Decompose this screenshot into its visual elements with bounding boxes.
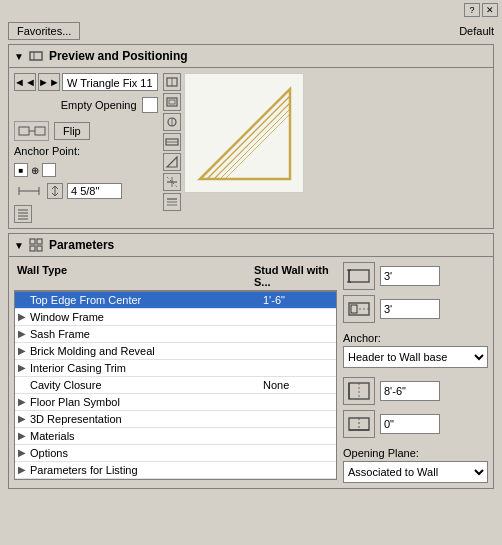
row-value [263,413,333,425]
help-button[interactable]: ? [464,3,480,17]
anchor-icon [14,121,49,141]
row-expand-icon [18,379,30,391]
row-value [263,430,333,442]
params-section: ▼ Parameters Wall Type Stud Wall with S.… [8,233,494,489]
table-row[interactable]: ▶ Parameters for Listing [15,462,336,479]
anchor-row: Flip [14,121,158,141]
row-expand-icon: ▶ [18,413,30,425]
anchor-point-label: Anchor Point: [14,145,158,157]
dim2-row [343,295,488,323]
side-icon-7[interactable] [163,193,181,211]
svg-rect-2 [19,127,29,135]
params-icon [28,237,44,253]
params-content: Wall Type Stud Wall with S... Top Edge F… [9,257,493,488]
nav-next-button[interactable]: ►► [38,73,60,91]
row-name: Interior Casing Trim [30,362,263,374]
row-name: Floor Plan Symbol [30,396,263,408]
table-body[interactable]: Top Edge From Center 1'-6" ▶ Window Fram… [14,291,337,480]
side-icon-2[interactable] [163,93,181,111]
nav-prev-button[interactable]: ◄◄ [14,73,36,91]
table-row[interactable]: ▶ Interior Casing Trim [15,360,336,377]
svg-rect-0 [30,52,42,60]
nav-row: ◄◄ ►► W Triangle Fix 11 [14,73,158,91]
vert-icon-btn[interactable] [47,183,63,199]
row-name: Window Frame [30,311,263,323]
row-name: Sash Frame [30,328,263,340]
row-expand-icon: ▶ [18,447,30,459]
table-row[interactable]: ▶ Options [15,445,336,462]
svg-marker-33 [207,96,290,179]
table-row[interactable]: ▶ Brick Molding and Reveal [15,343,336,360]
table-row[interactable]: Cavity Closure None [15,377,336,394]
preview-collapse-arrow: ▼ [14,51,24,62]
side-icons [163,73,181,211]
side-icon-6[interactable] [163,173,181,191]
side-icon-4[interactable] [163,133,181,151]
row-name: Materials [30,430,263,442]
row-value [263,447,333,459]
row-expand-icon: ▶ [18,430,30,442]
empty-opening-row: Empty Opening [14,97,158,113]
row-value [263,396,333,408]
dim1-input[interactable] [380,266,440,286]
table-row[interactable]: ▶ Window Frame [15,309,336,326]
preview-icon [28,48,44,64]
dim4-icon [343,410,375,438]
params-section-header[interactable]: ▼ Parameters [9,234,493,257]
list-icon-btn[interactable] [14,205,32,223]
row-expand-icon: ▶ [18,464,30,476]
row-expand-icon: ▶ [18,362,30,374]
row-value [263,311,333,323]
row-expand-icon [18,294,30,306]
preview-content: ◄◄ ►► W Triangle Fix 11 Empty Opening [9,68,493,228]
svg-marker-34 [214,103,290,179]
params-collapse-arrow: ▼ [14,240,24,251]
anchor-check-1[interactable]: ■ [14,163,28,177]
row-expand-icon: ▶ [18,328,30,340]
dim4-input[interactable] [380,414,440,434]
dim3-icon [343,377,375,405]
col-value-header: Stud Wall with S... [254,264,334,288]
row-value [263,362,333,374]
row-name: Parameters for Listing [30,464,263,476]
params-table: Wall Type Stud Wall with S... Top Edge F… [14,262,337,483]
dist-row [14,183,158,199]
svg-rect-40 [37,246,42,251]
svg-marker-36 [225,114,290,179]
table-row[interactable]: ▶ Sash Frame [15,326,336,343]
table-row[interactable]: ▶ Materials [15,428,336,445]
flip-button[interactable]: Flip [54,122,90,140]
row-expand-icon: ▶ [18,396,30,408]
dim2-input[interactable] [380,299,440,319]
vert-icons [14,183,44,199]
table-row[interactable]: ▶ 3D Representation [15,411,336,428]
params-section-title: Parameters [49,238,114,252]
window-preview [184,73,304,193]
dim3-input[interactable] [380,381,440,401]
preview-section-title: Preview and Positioning [49,49,188,63]
anchor-checkboxes: ■ ⊕ [14,163,158,177]
opening-select[interactable]: Associated to Wall Custom [343,461,488,483]
preview-area [163,73,304,223]
side-icon-1[interactable] [163,73,181,91]
dim4-row [343,410,488,438]
dim2-icon [343,295,375,323]
table-header: Wall Type Stud Wall with S... [14,262,337,291]
preview-section-header[interactable]: ▼ Preview and Positioning [9,45,493,68]
params-right: Anchor: Header to Wall base Sill to Wall… [343,262,488,483]
anchor-select[interactable]: Header to Wall base Sill to Wall base Ce… [343,346,488,368]
table-row[interactable]: ▶ Floor Plan Symbol [15,394,336,411]
default-label: Default [459,25,494,37]
side-icon-5[interactable] [163,153,181,171]
row-name: 3D Representation [30,413,263,425]
close-button[interactable]: ✕ [482,3,498,17]
dim3-row [343,377,488,405]
favorites-button[interactable]: Favorites... [8,22,80,40]
table-row[interactable]: Top Edge From Center 1'-6" [15,292,336,309]
distance-input[interactable] [67,183,122,199]
empty-opening-checkbox[interactable] [142,97,158,113]
svg-marker-32 [200,89,290,179]
anchor-check-2[interactable] [42,163,56,177]
dim1-row [343,262,488,290]
side-icon-3[interactable] [163,113,181,131]
